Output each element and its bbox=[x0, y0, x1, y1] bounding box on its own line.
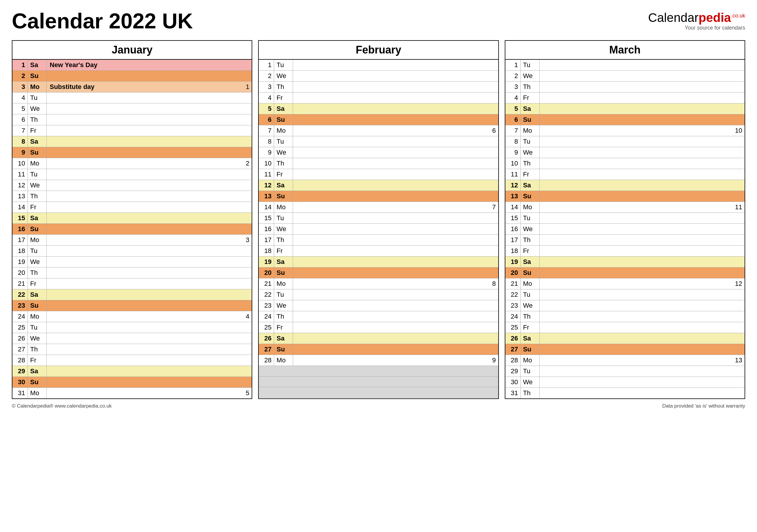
day-label bbox=[540, 377, 730, 388]
week-number bbox=[237, 246, 252, 256]
day-row: 8Tu bbox=[505, 136, 744, 147]
week-number bbox=[237, 93, 252, 103]
day-number: 14 bbox=[505, 202, 521, 213]
day-label bbox=[47, 311, 237, 322]
month-february: February1Tu2We3Th4Fr5Sa6Su7Mo68Tu9We10Th… bbox=[258, 40, 499, 399]
day-row: 15Tu bbox=[259, 213, 498, 224]
day-name: Tu bbox=[521, 213, 540, 223]
day-label bbox=[47, 93, 237, 103]
day-name: Tu bbox=[28, 169, 47, 180]
week-number bbox=[484, 136, 498, 147]
week-number bbox=[237, 169, 252, 180]
week-number bbox=[237, 180, 252, 191]
day-number: 23 bbox=[505, 300, 521, 311]
day-number: 26 bbox=[505, 333, 521, 344]
week-number bbox=[730, 256, 744, 267]
day-number: 7 bbox=[259, 125, 274, 136]
day-row: 11Tu bbox=[13, 169, 252, 180]
week-number: 12 bbox=[730, 279, 744, 289]
day-row: 17Th bbox=[505, 235, 744, 246]
day-number: 29 bbox=[13, 366, 28, 376]
day-row: 14Fr bbox=[13, 202, 252, 213]
day-name: Sa bbox=[521, 180, 540, 191]
day-name: We bbox=[274, 224, 293, 234]
week-number bbox=[730, 311, 744, 322]
day-name: We bbox=[521, 71, 540, 81]
week-number bbox=[730, 267, 744, 278]
day-number: 25 bbox=[13, 322, 28, 333]
week-number bbox=[484, 344, 498, 355]
day-label bbox=[47, 289, 237, 300]
week-number bbox=[730, 224, 744, 234]
week-number bbox=[730, 333, 744, 344]
day-name: Su bbox=[521, 114, 540, 125]
week-number bbox=[237, 191, 252, 202]
day-name: Su bbox=[521, 267, 540, 278]
day-label bbox=[293, 93, 484, 103]
day-number: 4 bbox=[259, 93, 274, 103]
month-march: March1Tu2We3Th4Fr5Sa6Su7Mo108Tu9We10Th11… bbox=[505, 40, 745, 399]
day-row: 2We bbox=[259, 71, 498, 81]
week-number bbox=[237, 136, 252, 147]
week-number bbox=[730, 93, 744, 103]
day-row: 6Su bbox=[505, 114, 744, 125]
day-name: We bbox=[521, 377, 540, 388]
day-name: Mo bbox=[28, 311, 47, 322]
day-label bbox=[47, 235, 237, 245]
day-row: 7Mo10 bbox=[505, 125, 744, 136]
week-number bbox=[237, 344, 252, 355]
day-row: 16We bbox=[505, 224, 744, 235]
week-number bbox=[237, 147, 252, 158]
day-row: 14Mo7 bbox=[259, 202, 498, 213]
week-number bbox=[484, 300, 498, 311]
day-row: 24Th bbox=[259, 311, 498, 322]
day-name: Mo bbox=[28, 158, 47, 169]
day-row: 20Su bbox=[259, 267, 498, 279]
day-number: 11 bbox=[13, 169, 28, 180]
day-number: 7 bbox=[505, 125, 521, 136]
day-name: Th bbox=[521, 311, 540, 322]
week-number bbox=[237, 300, 252, 311]
day-row: 12Sa bbox=[505, 180, 744, 191]
week-number bbox=[730, 322, 744, 333]
day-number: 25 bbox=[505, 322, 521, 333]
day-row: 26Sa bbox=[505, 333, 744, 344]
week-number bbox=[730, 300, 744, 311]
footer: © Calendarpedia® www.calendarpedia.co.uk… bbox=[12, 403, 745, 409]
day-label bbox=[293, 60, 484, 70]
day-number: 24 bbox=[259, 311, 274, 322]
day-label bbox=[293, 355, 484, 366]
day-number: 18 bbox=[13, 246, 28, 256]
day-name: Tu bbox=[274, 213, 293, 223]
day-label bbox=[293, 267, 484, 278]
day-number: 2 bbox=[505, 71, 521, 81]
day-name: Sa bbox=[28, 366, 47, 376]
day-number: 28 bbox=[505, 355, 521, 366]
month-header-january: January bbox=[13, 41, 252, 60]
day-name: Th bbox=[274, 81, 293, 92]
day-name: Th bbox=[274, 311, 293, 322]
page-title: Calendar 2022 UK bbox=[12, 9, 193, 33]
day-number: 4 bbox=[505, 93, 521, 103]
week-number bbox=[237, 60, 252, 70]
day-name: Fr bbox=[274, 93, 293, 103]
day-number: 5 bbox=[505, 103, 521, 114]
week-number bbox=[484, 213, 498, 223]
day-name: Su bbox=[28, 377, 47, 388]
week-number bbox=[237, 366, 252, 376]
day-label bbox=[540, 246, 730, 256]
week-number bbox=[237, 267, 252, 278]
logo-tld: .co.uk bbox=[731, 13, 745, 18]
day-label bbox=[47, 114, 237, 125]
day-name: Sa bbox=[521, 256, 540, 267]
day-number: 3 bbox=[13, 81, 28, 92]
day-number: 15 bbox=[259, 213, 274, 223]
day-name: Su bbox=[521, 191, 540, 202]
day-label bbox=[47, 300, 237, 311]
day-number: 19 bbox=[259, 256, 274, 267]
day-label bbox=[540, 213, 730, 223]
day-row: 16We bbox=[259, 224, 498, 235]
day-name: Tu bbox=[28, 246, 47, 256]
day-label bbox=[293, 191, 484, 202]
day-name: We bbox=[274, 147, 293, 158]
